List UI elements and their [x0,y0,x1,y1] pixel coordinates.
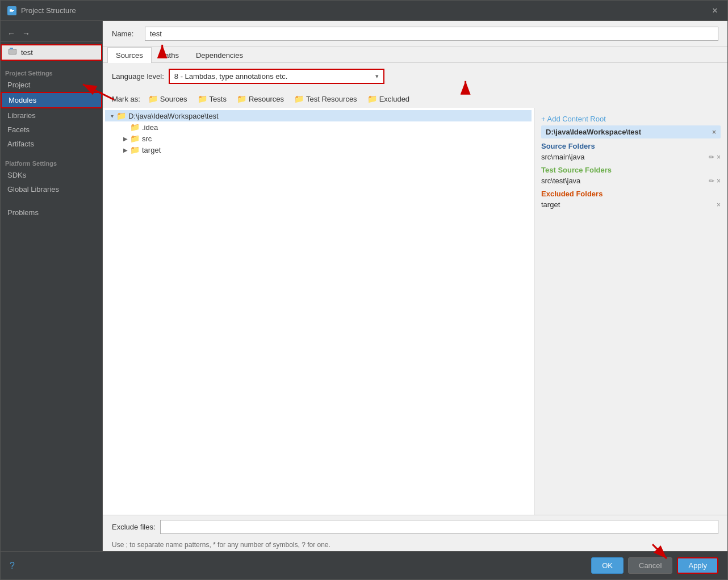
sidebar-item-project[interactable]: Project [1,78,102,92]
name-label: Name: [112,30,140,38]
source-folder-remove-icon[interactable]: × [717,153,721,161]
content-root-close-icon[interactable]: × [712,128,716,136]
tree-idea-label: .idea [142,123,158,132]
tree-src-item[interactable]: ▶ 📁 src [119,133,532,144]
tree-idea-folder-icon: 📁 [130,123,140,132]
mark-sources-button[interactable]: 📁 Sources [146,93,190,104]
excluded-folder-remove-icon[interactable]: × [717,201,721,209]
mark-resources-button[interactable]: 📁 Resources [235,93,286,104]
language-level-value: 8 - Lambdas, type annotations etc. [174,72,375,81]
mark-excluded-button[interactable]: 📁 Excluded [365,93,412,104]
sidebar-item-artifacts-label: Artifacts [7,140,34,148]
ok-button[interactable]: OK [591,557,624,574]
tabs-row: Sources Paths Dependencies [103,47,727,63]
exclude-files-input[interactable] [160,520,718,534]
sidebar-item-global-libraries[interactable]: Global Libraries [1,182,102,196]
mark-test-resources-button[interactable]: 📁 Test Resources [292,93,359,104]
split-panel: ▾ 📁 D:\java\IdeaWorkspace\test 📁 .idea [103,108,727,515]
svg-rect-5 [9,49,16,54]
sidebar-item-modules[interactable]: Modules [1,92,102,108]
name-input[interactable] [145,27,718,41]
back-button[interactable]: ← [5,28,18,39]
name-row: Name: [103,21,727,47]
cancel-button[interactable]: Cancel [628,557,672,574]
add-content-root-button[interactable]: + Add Content Root [541,112,721,125]
sidebar-item-project-label: Project [7,81,30,89]
apply-button[interactable]: Apply [677,557,718,574]
test-source-folder-remove-icon[interactable]: × [717,177,721,185]
test-source-folders-title: Test Source Folders [541,162,721,175]
tree-root-folder-icon: 📁 [116,111,126,120]
content-root-path: D:\java\IdeaWorkspace\test × [541,125,721,138]
svg-rect-2 [10,10,14,11]
test-source-folder-edit-icon[interactable]: ✏ [709,177,714,185]
language-row: Language level: 8 - Lambdas, type annota… [103,63,727,90]
tree-root-label: D:\java\IdeaWorkspace\test [128,112,219,120]
file-tree[interactable]: ▾ 📁 D:\java\IdeaWorkspace\test 📁 .idea [103,108,534,515]
tree-target-label: target [142,146,161,154]
excluded-folder-entry: target × [541,199,721,210]
project-settings-header: Project Settings [1,65,102,78]
help-button[interactable]: ? [10,561,15,571]
source-folder-path: src\main\java [541,153,585,161]
sidebar-item-facets-label: Facets [7,125,30,134]
close-button[interactable]: × [709,5,721,16]
exclude-files-row: Exclude files: [103,515,727,539]
tree-root-item[interactable]: ▾ 📁 D:\java\IdeaWorkspace\test [105,110,532,121]
exclude-files-label: Exclude files: [112,523,156,531]
tree-src-chevron: ▶ [121,134,130,143]
title-bar: Project Structure × [1,1,727,21]
excluded-folder-path: target [541,200,560,209]
source-folders-title: Source Folders [541,138,721,152]
main-panel: Name: Sources Paths Dependencies La [103,21,727,551]
svg-rect-1 [10,9,12,10]
forward-button[interactable]: → [20,28,32,39]
sidebar-item-global-libraries-label: Global Libraries [7,185,59,194]
test-source-folder-entry: src\test\java ✏ × [541,175,721,186]
module-test-item[interactable]: test [1,44,102,61]
tests-folder-icon: 📁 [198,94,207,103]
platform-settings-header: Platform Settings [1,155,102,168]
source-folder-edit-icon[interactable]: ✏ [709,153,714,161]
sidebar-item-sdks[interactable]: SDKs [1,168,102,182]
tab-paths[interactable]: Paths [152,47,187,63]
sidebar-item-modules-label: Modules [9,96,36,104]
tree-root-chevron: ▾ [107,111,116,120]
svg-rect-6 [10,48,13,49]
sidebar-item-problems[interactable]: Problems [1,205,102,220]
tab-content-sources: Language level: 8 - Lambdas, type annota… [103,63,727,551]
tree-src-folder-icon: 📁 [130,134,140,143]
tab-sources[interactable]: Sources [107,47,152,63]
source-folder-actions: ✏ × [709,153,721,161]
footer-buttons: OK Cancel Apply [591,557,718,574]
mark-as-label: Mark as: [112,95,140,103]
main-content: ← → test Project Settings Project Module… [1,21,727,551]
title-bar-left: Project Structure [7,6,76,15]
source-folder-entry: src\main\java ✏ × [541,152,721,162]
excluded-folder-icon: 📁 [367,94,377,103]
app-icon [7,6,16,15]
tab-dependencies[interactable]: Dependencies [187,47,252,63]
test-resources-folder-icon: 📁 [294,94,304,103]
sidebar-item-artifacts[interactable]: Artifacts [1,137,102,151]
exclude-hint: Use ; to separate name patterns, * for a… [103,539,727,551]
nav-toolbar: ← → [1,26,102,42]
excluded-folders-title: Excluded Folders [541,186,721,199]
mark-tests-button[interactable]: 📁 Tests [195,93,229,104]
footer: ? OK Cancel Apply [1,551,727,579]
mark-as-row: Mark as: 📁 Sources 📁 Tests 📁 Resources [103,90,727,108]
sidebar-item-problems-label: Problems [7,208,39,217]
tree-target-item[interactable]: ▶ 📁 target [119,144,532,155]
test-source-folder-path: src\test\java [541,176,580,185]
language-level-label: Language level: [112,72,164,81]
tree-idea-item[interactable]: 📁 .idea [119,121,532,133]
module-icon [9,48,18,57]
sidebar-item-facets[interactable]: Facets [1,123,102,137]
svg-rect-3 [10,11,13,12]
resources-folder-icon: 📁 [237,94,246,103]
sidebar-item-libraries[interactable]: Libraries [1,108,102,123]
language-level-select[interactable]: 8 - Lambdas, type annotations etc. ▾ [169,69,384,84]
project-structure-dialog: Project Structure × ← → test Project Set… [0,0,728,580]
right-panel: + Add Content Root D:\java\IdeaWorkspace… [534,108,727,515]
sidebar-item-libraries-label: Libraries [7,111,36,120]
